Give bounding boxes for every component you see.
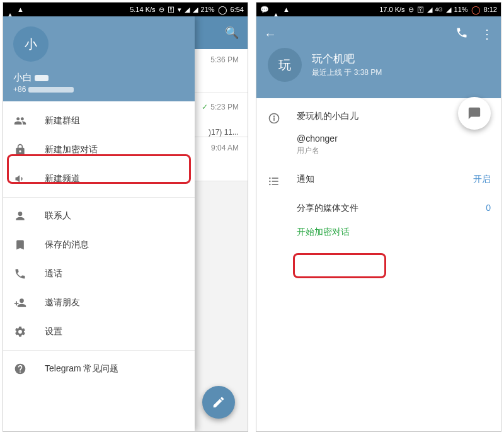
info-row: 爱玩机的小白儿 @chonger 用户名 (266, 111, 491, 156)
drawer-item-label: 设置 (45, 326, 62, 337)
signal-icon: ◢ (185, 6, 190, 14)
start-secret-chat[interactable]: 开始加密对话 (297, 223, 350, 247)
clock: 8:12 (484, 6, 497, 13)
chat-icon (467, 106, 481, 120)
notifications-label: 通知 (297, 174, 314, 185)
gear-icon (13, 325, 27, 338)
chat-time: 9:04 AM (211, 144, 239, 152)
divider (3, 350, 195, 351)
drawer-item-label: Telegram 常见问题 (45, 363, 118, 375)
net-speed: 5.14 K/s (130, 6, 155, 13)
drawer-new-secret-chat[interactable]: 新建加密对话 (3, 135, 195, 164)
drawer-faq[interactable]: Telegram 常见问题 (3, 354, 195, 383)
notif-icon (7, 6, 13, 13)
drawer-item-label: 新建加密对话 (45, 144, 98, 155)
profile-screen: ← ⋮ 玩 玩个机吧 最近上线 于 3:38 PM (256, 16, 501, 431)
drawer-saved-messages[interactable]: 保存的消息 (3, 230, 195, 259)
help-icon (13, 363, 27, 375)
username-label: 用户名 (297, 145, 491, 156)
list-icon (266, 174, 282, 188)
drawer-invite-friends[interactable]: 邀请朋友 (3, 288, 195, 317)
shared-media-row[interactable]: 分享的媒体文件 0 (297, 194, 491, 223)
signal2-icon: ◢ (446, 6, 451, 14)
battery-icon: ◯ (218, 5, 227, 14)
signal-icon: ◢ (427, 6, 432, 14)
call-button[interactable] (455, 26, 468, 42)
group-icon (13, 115, 27, 127)
svg-point-2 (274, 116, 275, 116)
drawer-item-label: 新建频道 (45, 173, 80, 184)
drawer-contacts[interactable]: 联系人 (3, 201, 195, 230)
chat-time: 5:36 PM (210, 55, 239, 64)
lock-icon (13, 144, 27, 156)
drawer-new-group[interactable]: 新建群组 (3, 106, 195, 135)
battery-icon: ◯ (471, 5, 481, 14)
drawer-item-label: 通话 (45, 268, 62, 280)
dnd-icon: ⊖ (159, 6, 164, 14)
phone-right: 💬 ▲ 17.0 K/s ⊖ ⚿ ◢ 4G ◢ 11% ◯ 8:12 ← (256, 2, 501, 432)
notif-icon (273, 6, 279, 13)
status-bar: ▲ 5.14 K/s ⊖ ⚿ ▾ ◢ ◢ 21% ◯ 6:54 (3, 3, 248, 16)
shared-media-label: 分享的媒体文件 (297, 203, 358, 214)
clock: 6:54 (231, 6, 244, 13)
drawer-phone: +86 (13, 85, 185, 94)
phone-icon (13, 268, 27, 280)
battery-pct: 11% (454, 6, 468, 13)
message-fab[interactable] (458, 97, 491, 130)
contact-icon (13, 210, 27, 222)
profile-last-seen: 最近上线 于 3:38 PM (312, 67, 382, 78)
drawer-new-channel[interactable]: 新建频道 (3, 164, 195, 193)
avatar: 小 (13, 26, 49, 62)
profile-header: ← ⋮ 玩 玩个机吧 最近上线 于 3:38 PM (256, 16, 501, 98)
net-speed: 17.0 K/s (379, 6, 404, 13)
drawer-item-label: 保存的消息 (45, 239, 89, 251)
drawer-calls[interactable]: 通话 (3, 259, 195, 288)
battery-pct: 21% (201, 6, 215, 13)
signal2-icon: ◢ (193, 6, 198, 14)
bookmark-icon (13, 239, 27, 251)
back-button[interactable]: ← (264, 27, 282, 42)
nav-drawer: 小 小白 +86 新建群组 新建加密对话 新建频道 (3, 16, 195, 431)
net-type: 4G (435, 6, 443, 13)
vpn-key-icon: ⚿ (168, 6, 175, 13)
chat-preview: )17) 11... (209, 128, 239, 137)
drawer-item-label: 联系人 (45, 210, 71, 222)
username-value[interactable]: @chonger (297, 133, 491, 144)
shared-media-value: 0 (486, 203, 491, 214)
warn-icon: ▲ (17, 6, 24, 13)
notifications-value: 开启 (473, 174, 491, 185)
drawer-item-label: 邀请朋友 (45, 297, 80, 308)
divider (3, 197, 195, 198)
drawer-settings[interactable]: 设置 (3, 317, 195, 346)
warn-icon: ▲ (283, 6, 290, 13)
check-icon: ✓ (202, 103, 208, 111)
phone-icon (455, 26, 468, 39)
profile-name: 玩个机吧 (312, 52, 382, 66)
phone-left: ▲ 5.14 K/s ⊖ ⚿ ▾ ◢ ◢ 21% ◯ 6:54 🔍 5:36 P… (3, 2, 248, 432)
more-button[interactable]: ⋮ (481, 26, 493, 42)
dnd-icon: ⊖ (408, 6, 414, 14)
search-icon[interactable]: 🔍 (225, 26, 239, 40)
compose-fab[interactable] (202, 386, 235, 419)
status-bar: 💬 ▲ 17.0 K/s ⊖ ⚿ ◢ 4G ◢ 11% ◯ 8:12 (256, 3, 501, 16)
profile-avatar[interactable]: 玩 (268, 48, 302, 82)
notifications-row[interactable]: 通知 开启 (297, 174, 491, 194)
chat-time: 5:23 PM (210, 103, 239, 111)
vpn-key-icon: ⚿ (417, 6, 424, 13)
wechat-icon: 💬 (260, 6, 269, 14)
wifi-icon: ▾ (178, 6, 181, 14)
person-add-icon (13, 297, 27, 309)
drawer-header[interactable]: 小 小白 +86 (3, 16, 195, 101)
info-icon (266, 111, 282, 125)
drawer-username: 小白 (13, 72, 185, 84)
pencil-icon (212, 395, 226, 409)
megaphone-icon (13, 172, 27, 185)
drawer-item-label: 新建群组 (45, 115, 80, 127)
